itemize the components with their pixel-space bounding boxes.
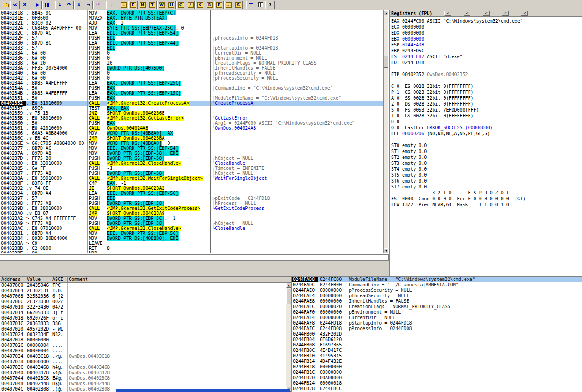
stack-row[interactable]: 0244FB1C00000000 xyxy=(292,370,347,375)
register-line[interactable]: ST7 empty 0.0 xyxy=(391,184,582,190)
cpu-button[interactable]: C xyxy=(176,1,185,9)
dump-row[interactable]: 004070042E302E311.0. xyxy=(0,288,286,294)
disasm-row[interactable]: 004023A9> FF75 A8PUSHDWORD PTR SS:[EBP-5… xyxy=(0,221,383,226)
disasm-row[interactable]: 00402377. 8B7D ACMOVEDI, DWORD PTR SS:[E… xyxy=(0,146,383,151)
register-line[interactable]: C 0 ES 002B 32bit 0(FFFFFFFF) xyxy=(391,83,582,89)
close-button[interactable]: X xyxy=(20,1,29,9)
register-line[interactable]: EDI 0244FD18 xyxy=(391,60,582,66)
stack-annotation[interactable]: CommandLine = "- /C amnesia|AMNESIA.COM" xyxy=(347,282,582,288)
debugging-options-button[interactable] xyxy=(246,1,255,9)
help-button[interactable]: ? xyxy=(265,1,275,9)
stack-row[interactable]: 0244FB2400000028 xyxy=(292,381,347,386)
pane-collapse-button[interactable]: < xyxy=(521,11,528,16)
stack-annotation[interactable]: pProcessSecurity = NULL xyxy=(347,288,582,293)
threads-button[interactable]: T xyxy=(148,1,157,9)
dump-row[interactable]: 004070186920726For i xyxy=(0,316,286,321)
disasm-row[interactable]: 00402333. 57PUSHEDI│pStartupInfo = 0244F… xyxy=(0,46,383,51)
execute-till-user-button[interactable]: → xyxy=(106,1,115,9)
register-line[interactable]: P 1 CS 0023 32bit 0(FFFFFFFF) xyxy=(391,89,582,95)
dump-row[interactable]: 0040701466205D333] f xyxy=(0,310,286,316)
register-line[interactable]: 3 2 1 0 E S P U O Z D I xyxy=(391,190,582,196)
disasm-row[interactable]: 00402352. E8 31010000CALL<JMP.&kernel32.… xyxy=(0,101,383,106)
call-stack-button[interactable]: K xyxy=(195,1,204,9)
scroll-up-icon[interactable]: ▲ xyxy=(286,283,291,288)
register-line[interactable]: EFL 00000206 (NO,NB,NE,A,NS,PE,GE,G) xyxy=(391,131,582,137)
breakpoints-button[interactable]: B xyxy=(205,1,214,9)
restart-button[interactable]: ≪ xyxy=(10,1,20,9)
register-line[interactable]: S 0 FS 0053 32bit 7EFDD000(FFF) xyxy=(391,107,582,113)
register-line[interactable]: EAX 0244FC00 ASCII "C:\Windows\system32\… xyxy=(391,18,582,24)
stack-row[interactable]: 0244FB0861697365 xyxy=(292,342,347,348)
register-line[interactable]: ST3 empty 0.0 xyxy=(391,160,582,166)
dump-row[interactable]: 0040700C2F323030002/ xyxy=(0,299,286,305)
handles-button[interactable]: H xyxy=(167,1,176,9)
stack-row[interactable]: 0244FAE400000000 xyxy=(292,293,347,299)
disasm-row[interactable]: 00402392.v 74 0EJESHORT OwnDos.004023A2 xyxy=(0,186,383,191)
pane-collapse-button[interactable]: < xyxy=(502,11,509,16)
disasm-row[interactable]: 00402340. 6A 00PUSH0│pThreadSecurity = N… xyxy=(0,71,383,76)
stack-annotation[interactable]: pStartupInfo = 0244FD18 xyxy=(347,321,582,326)
register-line[interactable]: EIP 00402352 OwnDos.00402352 xyxy=(391,71,582,77)
register-line[interactable]: EBP 0244FD5C xyxy=(391,48,582,54)
register-line[interactable]: ECX 00000000 xyxy=(391,24,582,30)
stack-annotation[interactable]: ModuleFileName = "C:\Windows\system32\cm… xyxy=(347,277,582,282)
pane-collapse-button[interactable]: < xyxy=(444,11,451,16)
register-line[interactable]: Z 0 DS 002B 32bit 0(FFFFFFFF) xyxy=(391,101,582,107)
disasm-row[interactable]: 0040236C.v EB 4CJMPSHORT OwnDos.004023BA xyxy=(0,136,383,141)
dump-column-header[interactable]: Address xyxy=(0,277,26,282)
disasm-row[interactable]: 004023BB. C2 0800RET8 xyxy=(0,246,383,251)
register-line[interactable] xyxy=(391,137,582,143)
stack-row[interactable]: 0244FAEC00000020 xyxy=(292,304,347,310)
pane-collapse-button[interactable]: < xyxy=(464,11,470,16)
disasm-row[interactable]: 00402398. FF75 A8PUSHDWORD PTR SS:[EBP-5… xyxy=(0,201,383,206)
register-line[interactable]: EBX 00000000 xyxy=(391,36,582,42)
step-into-button[interactable]: ↓ xyxy=(55,1,64,9)
disasm-row[interactable]: 0040235B. E8 38010000CALL<JMP.&kernel32.… xyxy=(0,116,383,121)
disasm-row[interactable]: 00402394. 8D7D A4LEAEDI, DWORD PTR SS:[E… xyxy=(0,191,383,196)
execute-till-return-button[interactable]: ↵ xyxy=(93,1,102,9)
stack-annotation[interactable] xyxy=(347,375,582,381)
stack-row[interactable]: 0244FADC0244FB00 xyxy=(292,282,347,288)
dump-row[interactable]: 0040703000000004.... xyxy=(0,348,286,354)
register-line[interactable]: ESI 0244FE87 ASCII "d.exe" xyxy=(391,54,582,60)
disasm-row[interactable]: 00402338. 6A 20PUSH20│CreationFlags = NO… xyxy=(0,61,383,66)
disasm-row[interactable]: 0040237D. FF75 B0PUSHDWORD PTR SS:[EBP-5… xyxy=(0,156,383,161)
register-line[interactable]: ST2 empty 0.0 xyxy=(391,154,582,160)
stack-annotation[interactable] xyxy=(347,353,582,359)
pause-button[interactable] xyxy=(42,1,51,9)
stack-annotation[interactable] xyxy=(347,359,582,364)
dump-row[interactable]: 0040703400403C18.<@.OwnDos.00403C18 xyxy=(0,354,286,359)
disasm-row[interactable]: 00402334. 6A 00PUSH0│CurrentDir = NULL xyxy=(0,51,383,56)
stack-annotation[interactable]: InheritHandles = FALSE xyxy=(347,299,582,304)
disasm-row[interactable]: 00402342. 6A 00PUSH0│pProcessSecurity = … xyxy=(0,76,383,81)
stack-annotation[interactable]: pThreadSecurity = NULL xyxy=(347,293,582,299)
register-line[interactable]: A 0 SS 002B 32bit 0(FFFFFFFF) xyxy=(391,95,582,101)
dump-scrollbar[interactable]: ▲ ▼ xyxy=(286,283,291,392)
scroll-thumb[interactable] xyxy=(286,289,291,304)
stack-row[interactable]: 0244FAF80244FD18 xyxy=(292,321,347,326)
animate-into-button[interactable]: ⇓ xyxy=(74,1,83,9)
scroll-thumb[interactable] xyxy=(384,56,388,68)
register-line[interactable]: ST1 empty 0.0 xyxy=(391,148,582,154)
register-line[interactable] xyxy=(391,77,582,83)
register-line[interactable]: FST 0000 Cond 0 0 0 0 Err 0 0 0 0 0 0 0 … xyxy=(391,196,582,202)
stack-row[interactable]: 0244FB046E6D6120 xyxy=(292,337,347,342)
stack-row[interactable]: 0244FB280244FBCC xyxy=(292,386,347,392)
disasm-row[interactable]: 00402357. 85C0TESTEAX, EAX xyxy=(0,106,383,111)
dump-row[interactable]: 0040700020435046FPC xyxy=(0,283,286,288)
disasm-row[interactable]: 00402330. 8D7D BCLEAEDI, DWORD PTR SS:[E… xyxy=(0,41,383,46)
dump-row[interactable]: 0040704000403478x4@.OwnDos.00403478 xyxy=(0,370,286,376)
disasm-row[interactable]: 0040238A. E8 39010000CALL<JMP.&kernel32.… xyxy=(0,176,383,181)
disasm-row[interactable]: 00402336. 6A 00PUSH0│pEnvironment = NULL xyxy=(0,56,383,61)
disasm-row[interactable]: 00402366. 66A3 A0B84000MOVWORD PTR DS:[4… xyxy=(0,131,383,136)
stack-annotation[interactable] xyxy=(347,364,582,370)
stack-annotation[interactable] xyxy=(347,331,582,337)
stack-row[interactable]: 0244FAF000000000 xyxy=(292,310,347,315)
run-trace-button[interactable]: ... xyxy=(224,1,233,9)
dump-row[interactable]: 00407044004023C8È#@.OwnDos.004023C8 xyxy=(0,376,286,381)
dump-row[interactable]: 0040703800000000.... xyxy=(0,359,286,365)
scroll-up-icon[interactable]: ▲ xyxy=(384,10,388,15)
disasm-row[interactable]: 00402359.v 75 13JNZSHORT OwnDos.0040236E xyxy=(0,111,383,116)
register-line[interactable]: ESP 0244FAD8 xyxy=(391,42,582,48)
source-button[interactable]: S xyxy=(234,1,243,9)
